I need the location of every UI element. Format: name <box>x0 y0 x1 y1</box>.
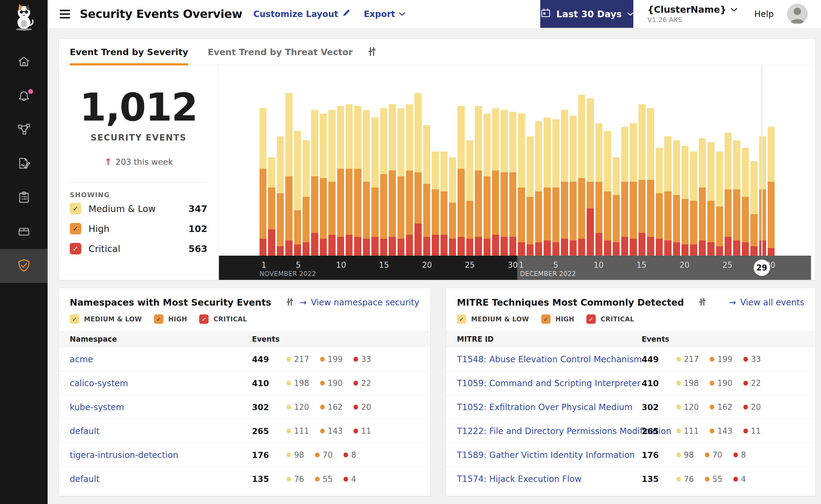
namespace-link[interactable]: tigera-intrusion-detection <box>70 450 178 460</box>
sidebar-item-alerts[interactable] <box>0 79 48 113</box>
stacked-bar[interactable] <box>578 66 585 256</box>
high-checkbox[interactable]: ✓ <box>541 314 550 324</box>
calico-cat-logo[interactable] <box>0 3 48 31</box>
stacked-bar[interactable] <box>484 66 490 256</box>
stacked-bar[interactable] <box>656 66 663 256</box>
stacked-bar[interactable] <box>432 66 439 256</box>
stacked-bar[interactable] <box>397 66 404 256</box>
stacked-bar[interactable] <box>690 66 697 256</box>
export-button[interactable]: Export <box>364 9 406 19</box>
view-namespace-security-link[interactable]: → View namespace security <box>300 297 419 307</box>
stacked-bar[interactable] <box>449 66 456 256</box>
medium-low-checkbox[interactable]: ✓ <box>70 203 81 214</box>
stacked-bar[interactable] <box>363 66 370 256</box>
stacked-bar[interactable] <box>768 66 775 256</box>
namespace-link[interactable]: kube-system <box>70 402 124 412</box>
stacked-bar[interactable] <box>303 66 310 256</box>
stacked-bar[interactable] <box>475 66 482 256</box>
stacked-bar[interactable] <box>492 66 499 256</box>
sidebar-item-home[interactable] <box>0 45 48 79</box>
stacked-bar[interactable] <box>725 66 732 256</box>
stacked-bar[interactable] <box>604 66 611 256</box>
stacked-bar[interactable] <box>733 66 740 256</box>
namespace-link[interactable]: acme <box>70 354 93 364</box>
stacked-bar[interactable] <box>647 66 654 256</box>
stacked-bar[interactable] <box>587 66 593 256</box>
stacked-bar[interactable] <box>457 66 464 256</box>
stacked-bar[interactable] <box>639 66 646 256</box>
stacked-bar[interactable] <box>552 66 559 256</box>
stacked-bar[interactable] <box>621 66 628 256</box>
mitre-settings-sliders-icon[interactable] <box>698 297 707 308</box>
stacked-bar[interactable] <box>664 66 671 256</box>
critical-checkbox[interactable]: ✓ <box>70 243 81 254</box>
stacked-bar[interactable] <box>328 66 335 256</box>
stacked-bar[interactable] <box>570 66 577 256</box>
stacked-bar[interactable] <box>699 66 706 256</box>
medium-low-checkbox[interactable]: ✓ <box>457 314 466 324</box>
stacked-bar[interactable] <box>371 66 378 256</box>
sidebar-item-compliance[interactable] <box>0 181 48 215</box>
view-all-events-link[interactable]: → View all events <box>729 297 804 307</box>
stacked-bar[interactable] <box>277 66 284 256</box>
stacked-bar[interactable] <box>440 66 447 256</box>
stacked-bar[interactable] <box>414 66 421 256</box>
cluster-selector[interactable]: {ClusterName} V1.26 AKS <box>647 4 737 24</box>
stacked-bar[interactable] <box>682 66 689 256</box>
stacked-bar[interactable] <box>268 66 275 256</box>
stacked-bar[interactable] <box>500 66 507 256</box>
user-avatar[interactable] <box>787 4 808 24</box>
mitre-technique-link[interactable]: T1548: Abuse Elevation Control Mechanism <box>457 354 642 364</box>
date-range-button[interactable]: Last 30 Days <box>540 0 633 28</box>
mitre-technique-link[interactable]: T1222: File and Directory Permissions Mo… <box>457 426 671 436</box>
sidebar-item-policies[interactable] <box>0 147 48 181</box>
stacked-bar[interactable] <box>543 66 550 256</box>
stacked-bar[interactable] <box>742 66 749 256</box>
stacked-bar[interactable] <box>380 66 387 256</box>
stacked-bar[interactable] <box>466 66 473 256</box>
stacked-bar[interactable] <box>535 66 542 256</box>
tab-event-trend-by-severity[interactable]: Event Trend by Severity <box>70 39 188 65</box>
stacked-bar[interactable] <box>294 66 301 256</box>
chart-settings-sliders-icon[interactable] <box>367 46 377 58</box>
stacked-bar[interactable] <box>509 66 516 256</box>
sidebar-item-image-assurance[interactable] <box>0 215 48 249</box>
mitre-technique-link[interactable]: T1589: Gather Victim Identity Informatio… <box>457 450 635 460</box>
stacked-bar[interactable] <box>423 66 430 256</box>
stacked-bar[interactable] <box>389 66 396 256</box>
namespaces-settings-sliders-icon[interactable] <box>285 297 294 308</box>
stacked-bar[interactable] <box>707 66 714 256</box>
namespace-link[interactable]: calico-system <box>70 378 128 388</box>
high-checkbox[interactable]: ✓ <box>154 314 163 324</box>
high-checkbox[interactable]: ✓ <box>70 223 81 234</box>
stacked-bar[interactable] <box>673 66 680 256</box>
mitre-technique-link[interactable]: T1574: Hijack Execution Flow <box>457 474 581 484</box>
mitre-technique-link[interactable]: T1059: Command and Scripting Interpreter <box>457 378 641 388</box>
sidebar-item-service-graph[interactable] <box>0 113 48 147</box>
sidebar-item-threat-defense[interactable] <box>0 249 48 283</box>
customize-layout-button[interactable]: Customize Layout <box>253 9 350 19</box>
stacked-bar[interactable] <box>613 66 620 256</box>
tab-event-trend-by-threat-vector[interactable]: Event Trend by Threat Vector <box>208 39 353 65</box>
stacked-bar[interactable] <box>595 66 602 256</box>
stacked-bar[interactable] <box>759 66 766 256</box>
stacked-bar[interactable] <box>337 66 344 256</box>
stacked-bar[interactable] <box>285 66 292 256</box>
stacked-bar[interactable] <box>320 66 327 256</box>
stacked-bar[interactable] <box>630 66 637 256</box>
namespace-link[interactable]: default <box>70 426 100 436</box>
hamburger-menu-icon[interactable] <box>60 10 70 18</box>
stacked-bar[interactable] <box>354 66 361 256</box>
medium-low-checkbox[interactable]: ✓ <box>70 314 79 324</box>
stacked-bar[interactable] <box>716 66 723 256</box>
mitre-technique-link[interactable]: T1052: Exfiltration Over Physical Medium <box>457 402 633 412</box>
stacked-bar[interactable] <box>518 66 525 256</box>
stacked-bar[interactable] <box>561 66 568 256</box>
stacked-bar[interactable] <box>527 66 533 256</box>
stacked-bar[interactable] <box>750 66 757 256</box>
help-link[interactable]: Help <box>754 9 774 19</box>
critical-checkbox[interactable]: ✓ <box>199 314 209 324</box>
stacked-bar[interactable] <box>406 66 413 256</box>
stacked-bar[interactable] <box>346 66 353 256</box>
stacked-bar[interactable] <box>311 66 318 256</box>
